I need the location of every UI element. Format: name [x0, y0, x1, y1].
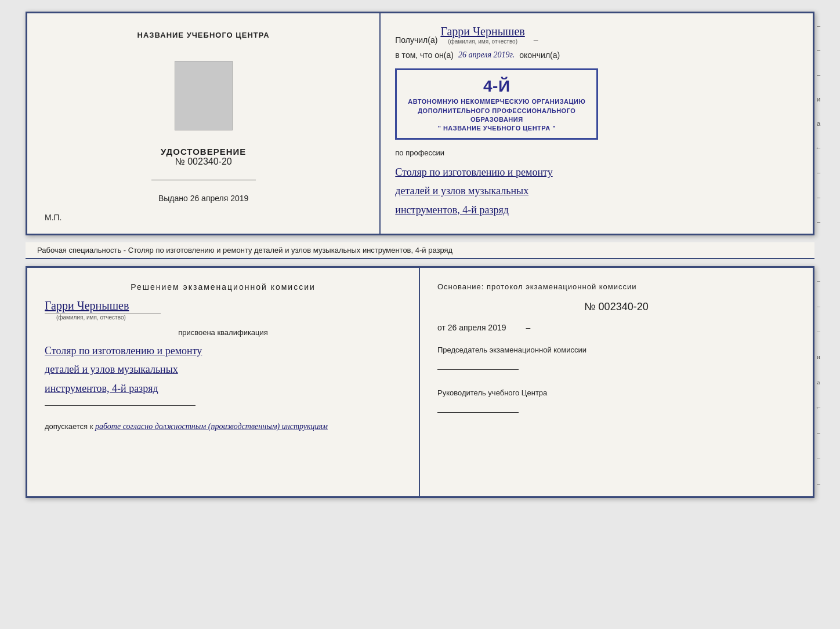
qualification-label: присвоена квалификация — [45, 328, 401, 337]
date-line: в том, что он(а) 26 апреля 2019г. окончи… — [395, 50, 798, 60]
description-line: Рабочая специальность - Столяр по изгото… — [26, 242, 814, 259]
person-name-top: Гарри Чернышев — [440, 25, 524, 38]
qualification-text: Столяр по изготовлению и ремонту деталей… — [45, 341, 401, 398]
cert-issued: Выдано 26 апреля 2019 — [158, 194, 249, 203]
allowed-text: допускается к работе согласно должностны… — [45, 422, 401, 431]
photo-placeholder — [175, 61, 233, 130]
decision-title: Решением экзаменационной комиссии — [45, 282, 401, 292]
protocol-date: от 26 апреля 2019 – — [437, 323, 795, 332]
mp-label: М.П. — [45, 213, 62, 222]
basis-title: Основание: протокол экзаменационной коми… — [437, 282, 795, 291]
cert-title: УДОСТОВЕРЕНИЕ — [161, 147, 246, 157]
bottom-right-panel: Основание: протокол экзаменационной коми… — [420, 268, 813, 496]
bottom-left-panel: Решением экзаменационной комиссии Гарри … — [27, 268, 420, 496]
top-right-panel: Получил(а) Гарри Чернышев (фамилия, имя,… — [381, 13, 813, 234]
cert-number: № 002340-20 — [161, 157, 246, 167]
director-signature-line — [437, 401, 519, 413]
stamp-box: 4-й АВТОНОМНУЮ НЕКОММЕРЧЕСКУЮ ОРГАНИЗАЦИ… — [395, 68, 598, 140]
person-name-bottom: Гарри Чернышев — [45, 299, 129, 312]
director-title: Руководитель учебного Центра — [437, 388, 795, 398]
chairman-signature-line — [437, 358, 519, 370]
profession-text: Столяр по изготовлению и ремонту деталей… — [395, 163, 798, 219]
date-value-top: 26 апреля 2019г. — [458, 50, 515, 60]
bottom-document: Решением экзаменационной комиссии Гарри … — [26, 266, 814, 498]
side-decoration-bottom: –––иа←––– — [814, 268, 823, 496]
protocol-number: № 002340-20 — [437, 301, 795, 313]
chairman-title: Председатель экзаменационной комиссии — [437, 345, 795, 355]
top-document: НАЗВАНИЕ УЧЕБНОГО ЦЕНТРА УДОСТОВЕРЕНИЕ №… — [26, 12, 814, 235]
received-line: Получил(а) Гарри Чернышев (фамилия, имя,… — [395, 25, 798, 45]
org-name-top: НАЗВАНИЕ УЧЕБНОГО ЦЕНТРА — [137, 31, 270, 39]
top-left-panel: НАЗВАНИЕ УЧЕБНОГО ЦЕНТРА УДОСТОВЕРЕНИЕ №… — [27, 13, 381, 234]
chairman-block: Председатель экзаменационной комиссии — [437, 345, 795, 372]
person-name-bottom-block: Гарри Чернышев (фамилия, имя, отчество) — [45, 299, 401, 321]
allowed-handwritten: работе согласно должностным (производств… — [95, 422, 328, 431]
side-decoration-top: –––иа←––– — [814, 13, 823, 234]
profession-label: по профессии — [395, 148, 798, 157]
director-block: Руководитель учебного Центра — [437, 388, 795, 415]
